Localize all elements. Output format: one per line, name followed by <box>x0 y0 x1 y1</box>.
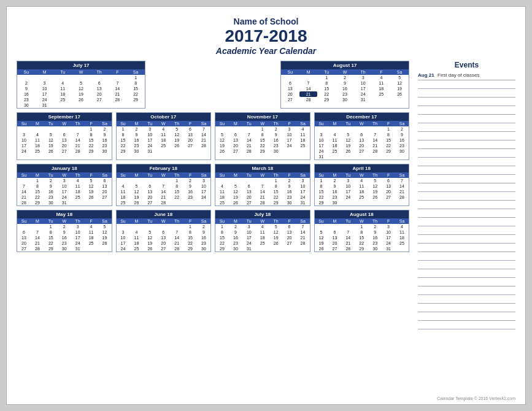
mini-calendar: June 18SuMTuWThFSa1234567891011121314151… <box>116 210 212 252</box>
event-item <box>418 175 515 183</box>
school-name: Name of School <box>17 17 515 26</box>
main-content: July 17SuMTuWThFSa1234567891011121314151… <box>17 61 515 329</box>
mini-calendar: November 17SuMTuWThFSa123456789101112131… <box>215 112 310 160</box>
event-item <box>418 140 515 149</box>
mini-calendar: December 17SuMTuWThFSa123456789101112131… <box>314 112 410 160</box>
events-title: Events <box>418 61 515 69</box>
event-item <box>418 269 515 278</box>
event-item <box>418 218 515 226</box>
mini-calendar: July 17SuMTuWThFSa1234567891011121314151… <box>17 61 145 109</box>
event-item <box>418 261 515 269</box>
event-date: Aug 21 <box>418 72 435 79</box>
mini-calendar: October 17SuMTuWThFSa1234567891011121314… <box>116 112 212 160</box>
calendar-row-top: July 17SuMTuWThFSa1234567891011121314151… <box>17 61 409 109</box>
event-item <box>418 158 515 166</box>
event-item <box>418 89 515 98</box>
event-item <box>418 278 515 286</box>
mini-calendar: April 18SuMTuWThFSa123456789101112131415… <box>314 164 410 206</box>
event-item <box>418 295 515 304</box>
mini-calendar: September 17SuMTuWThFSa12345678910111213… <box>17 112 112 160</box>
event-item <box>418 80 515 89</box>
mini-calendar: January 18SuMTuWThFSa1234567891011121314… <box>17 164 112 206</box>
year-title: 2017-2018 <box>17 26 515 46</box>
calendar-row-1: September 17SuMTuWThFSa12345678910111213… <box>17 112 409 160</box>
event-item: Aug 21First day of classes <box>418 72 515 80</box>
event-item <box>418 132 515 140</box>
event-item <box>418 209 515 218</box>
mini-calendar: August 18SuMTuWThFSa12345678910111213141… <box>314 210 410 252</box>
copyright: Calendar Template © 2016 Vertex42.com <box>437 396 515 401</box>
event-item <box>418 226 515 235</box>
event-item <box>418 304 515 312</box>
event-item <box>418 192 515 201</box>
event-item <box>418 106 515 115</box>
mini-calendar: May 18SuMTuWThFSa12345678910111213141516… <box>17 210 112 252</box>
calendar-row-3: May 18SuMTuWThFSa12345678910111213141516… <box>17 210 409 252</box>
mini-calendar: July 18SuMTuWThFSa1234567891011121314151… <box>215 210 310 252</box>
event-item <box>418 312 515 321</box>
event-item <box>418 244 515 252</box>
event-item <box>418 183 515 192</box>
mini-calendar: August 17SuMTuWThFSa12345678910111213141… <box>280 61 409 109</box>
event-item <box>418 235 515 244</box>
header: Name of School 2017-2018 Academic Year C… <box>17 17 515 56</box>
event-lines: Aug 21First day of classes <box>418 72 515 329</box>
event-item <box>418 115 515 123</box>
page: Name of School 2017-2018 Academic Year C… <box>6 6 526 405</box>
subtitle: Academic Year Calendar <box>17 46 515 56</box>
events-section: Events Aug 21First day of classes <box>414 61 515 329</box>
event-item <box>418 286 515 295</box>
event-item <box>418 98 515 106</box>
mini-calendar: February 18SuMTuWThFSa123456789101112131… <box>116 164 212 206</box>
mini-calendar: March 18SuMTuWThFSa123456789101112131415… <box>215 164 310 206</box>
calendar-row-2: January 18SuMTuWThFSa1234567891011121314… <box>17 164 409 206</box>
event-item <box>418 321 515 329</box>
event-item <box>418 166 515 175</box>
event-desc: First day of classes <box>438 72 479 79</box>
event-item <box>418 149 515 158</box>
event-item <box>418 201 515 209</box>
event-item <box>418 252 515 261</box>
event-item <box>418 123 515 132</box>
calendars-section: July 17SuMTuWThFSa1234567891011121314151… <box>17 61 409 329</box>
